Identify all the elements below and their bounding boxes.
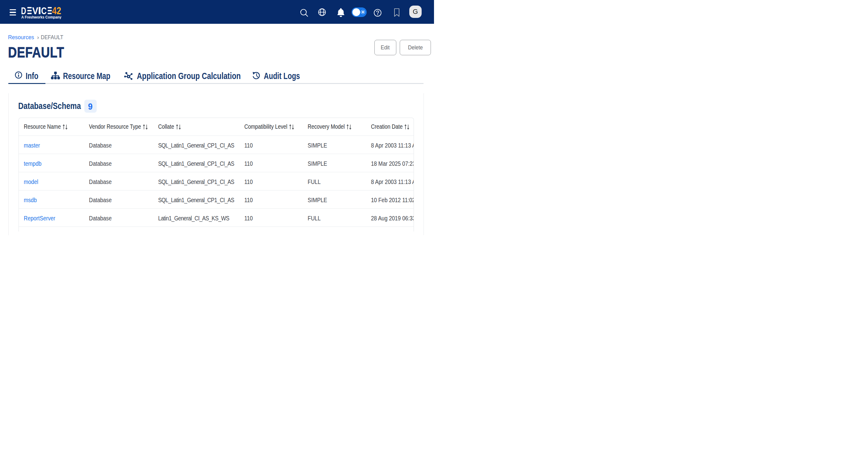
- svg-text:A Freshworks Company: A Freshworks Company: [21, 15, 61, 20]
